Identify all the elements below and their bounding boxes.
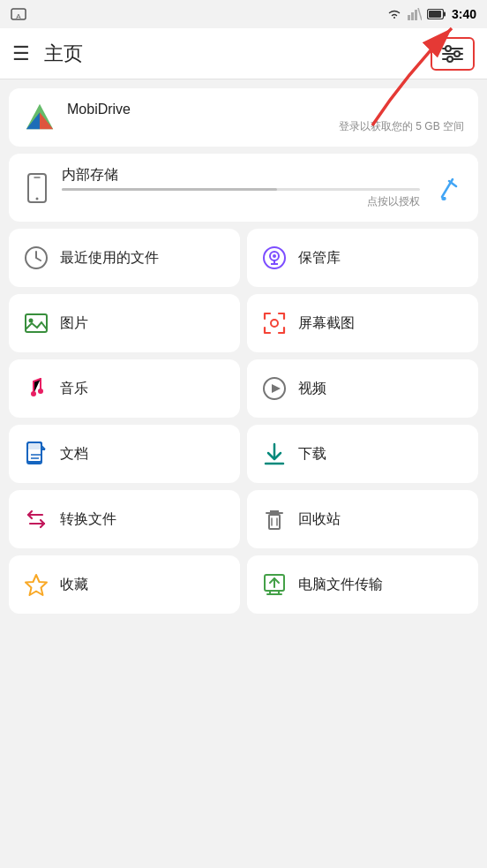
grid-row-4: 文档 下载 <box>9 425 478 483</box>
pictures-card[interactable]: 图片 <box>9 294 240 352</box>
favorites-icon <box>23 571 49 598</box>
storage-info: 内部存储 点按以授权 <box>62 166 420 209</box>
svg-point-12 <box>446 46 451 51</box>
svg-rect-30 <box>26 314 47 332</box>
wifi-icon <box>386 8 402 20</box>
svg-rect-8 <box>443 12 446 17</box>
svg-rect-7 <box>429 11 441 18</box>
page-title: 主页 <box>44 41 416 67</box>
convert-icon <box>23 506 49 532</box>
screenshot-card[interactable]: 屏幕截图 <box>247 294 478 352</box>
download-label: 下载 <box>298 445 326 464</box>
status-left: A <box>11 7 26 21</box>
clean-button[interactable] <box>431 171 464 205</box>
storage-bar-bg <box>62 188 420 191</box>
trash-icon <box>261 506 288 532</box>
docs-icon <box>23 441 49 467</box>
pictures-icon <box>23 310 49 336</box>
favorites-card[interactable]: 收藏 <box>9 555 240 614</box>
broom-icon <box>433 174 461 202</box>
storage-card[interactable]: 内部存储 点按以授权 <box>9 154 478 222</box>
mobidrive-logo <box>23 101 56 134</box>
svg-rect-4 <box>415 10 417 20</box>
top-bar: ☰ 主页 <box>0 28 487 79</box>
trash-card[interactable]: 回收站 <box>247 490 478 548</box>
music-card[interactable]: 音乐 <box>9 359 240 418</box>
grid-row-1: 最近使用的文件 保管库 <box>9 229 478 287</box>
download-icon <box>261 441 288 467</box>
svg-rect-2 <box>408 15 410 20</box>
svg-point-21 <box>36 197 39 200</box>
menu-button[interactable]: ☰ <box>12 42 30 65</box>
recent-files-card[interactable]: 最近使用的文件 <box>9 229 240 287</box>
grid-row-5: 转换文件 回收站 <box>9 490 478 548</box>
mobidrive-subtext: 登录以获取您的 5 GB 空间 <box>67 119 464 134</box>
grid-row-6: 收藏 电脑文件传输 <box>9 555 478 614</box>
mobidrive-name: MobiDrive <box>67 102 464 117</box>
video-card[interactable]: 视频 <box>247 359 478 418</box>
vault-icon <box>261 245 288 271</box>
smartphone-icon <box>23 172 51 204</box>
battery-icon <box>427 9 446 19</box>
recent-files-label: 最近使用的文件 <box>60 249 159 268</box>
mobidrive-info: MobiDrive 登录以获取您的 5 GB 空间 <box>67 102 464 134</box>
svg-point-14 <box>447 57 453 62</box>
download-card[interactable]: 下载 <box>247 425 478 483</box>
docs-label: 文档 <box>60 445 88 464</box>
favorites-label: 收藏 <box>60 576 88 594</box>
music-icon <box>23 375 49 402</box>
grid-row-2: 图片 屏幕截图 <box>9 294 478 352</box>
main-content: MobiDrive 登录以获取您的 5 GB 空间 内部存储 点按以授权 <box>0 79 487 623</box>
svg-rect-47 <box>269 515 280 529</box>
clock: 3:40 <box>452 7 476 21</box>
video-icon <box>261 375 288 402</box>
svg-rect-38 <box>27 442 41 449</box>
storage-bar-fill <box>62 188 277 191</box>
pictures-label: 图片 <box>60 314 88 333</box>
svg-line-5 <box>418 8 422 20</box>
svg-point-33 <box>31 391 36 396</box>
svg-point-34 <box>38 389 43 394</box>
transfer-icon <box>261 571 288 598</box>
status-right: 3:40 <box>386 7 476 21</box>
convert-card[interactable]: 转换文件 <box>9 490 240 548</box>
svg-point-27 <box>273 254 276 258</box>
vault-label: 保管库 <box>298 249 341 268</box>
recent-icon <box>23 245 49 271</box>
grid-row-3: 音乐 视频 <box>9 359 478 418</box>
svg-point-32 <box>271 320 278 327</box>
filter-icon <box>441 44 464 64</box>
music-label: 音乐 <box>60 380 88 398</box>
signal-icon <box>408 8 422 20</box>
storage-name: 内部存储 <box>62 166 420 185</box>
status-bar: A 3:40 <box>0 0 487 28</box>
transfer-label: 电脑文件传输 <box>298 576 383 594</box>
svg-marker-36 <box>272 384 281 393</box>
convert-label: 转换文件 <box>60 510 116 529</box>
docs-card[interactable]: 文档 <box>9 425 240 483</box>
svg-marker-50 <box>26 575 47 595</box>
svg-text:A: A <box>16 12 21 20</box>
storage-subtext: 点按以授权 <box>62 194 420 209</box>
svg-rect-3 <box>411 12 414 20</box>
transfer-card[interactable]: 电脑文件传输 <box>247 555 478 614</box>
svg-point-31 <box>29 319 34 323</box>
screenshot-icon <box>261 310 288 336</box>
screenshot-label: 屏幕截图 <box>298 314 355 333</box>
video-label: 视频 <box>298 380 326 398</box>
filter-button[interactable] <box>431 37 475 71</box>
vault-card[interactable]: 保管库 <box>247 229 478 287</box>
mobidrive-card[interactable]: MobiDrive 登录以获取您的 5 GB 空间 <box>9 88 478 147</box>
svg-point-13 <box>454 51 460 57</box>
trash-label: 回收站 <box>298 510 341 529</box>
android-icon: A <box>11 7 26 21</box>
